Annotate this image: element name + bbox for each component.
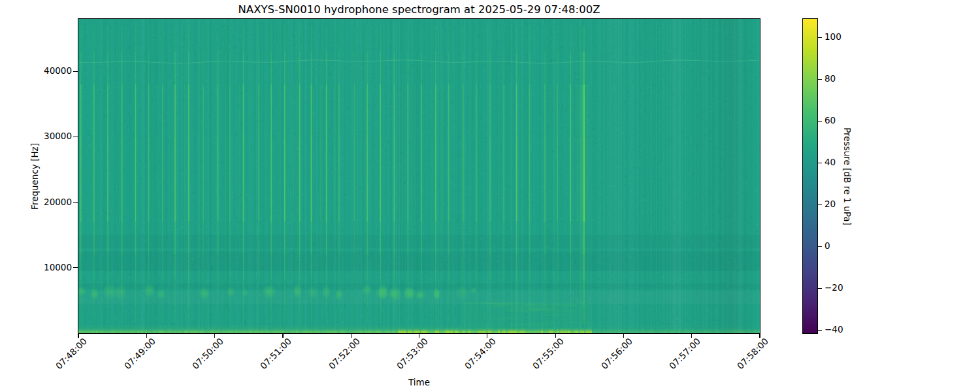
x-tick-mark — [282, 334, 283, 338]
colorbar-tick-mark — [818, 246, 822, 247]
spectrogram-figure: NAXYS-SN0010 hydrophone spectrogram at 2… — [0, 0, 980, 392]
y-tick-label: 30000 — [13, 131, 72, 141]
y-tick-label: 20000 — [13, 197, 72, 207]
x-tick-mark — [759, 334, 760, 338]
x-tick-mark — [351, 334, 351, 338]
colorbar-tick-label: 0 — [825, 240, 830, 251]
y-tick-label: 40000 — [13, 65, 72, 76]
plot-area — [78, 18, 760, 334]
x-tick-label: 07:52:00 — [326, 336, 361, 371]
x-tick-mark — [78, 334, 78, 338]
colorbar-tick-mark — [818, 163, 822, 163]
colorbar-tick-mark — [818, 121, 822, 122]
colorbar-tick-label: 40 — [825, 157, 836, 167]
spectrogram-canvas — [78, 19, 760, 333]
x-tick-label: 07:48:00 — [54, 336, 89, 371]
colorbar-tick-mark — [818, 330, 822, 331]
colorbar-tick-label: 100 — [825, 31, 841, 42]
x-axis-label: Time — [78, 377, 760, 387]
x-tick-label: 07:58:00 — [735, 336, 770, 371]
x-tick-label: 07:55:00 — [531, 336, 566, 371]
y-tick-mark — [73, 71, 78, 72]
y-tick-mark — [73, 202, 78, 203]
x-tick-label: 07:51:00 — [258, 336, 293, 371]
x-tick-mark — [487, 334, 487, 338]
x-tick-label: 07:56:00 — [599, 336, 634, 371]
colorbar-tick-mark — [818, 204, 822, 205]
x-tick-mark — [623, 334, 624, 338]
colorbar-tick-label: 80 — [825, 73, 836, 84]
colorbar — [802, 18, 818, 334]
y-tick-label: 10000 — [13, 262, 72, 272]
colorbar-tick-label: −40 — [825, 324, 843, 335]
x-tick-label: 07:49:00 — [122, 336, 157, 371]
colorbar-tick-mark — [818, 288, 822, 289]
x-tick-mark — [419, 334, 419, 338]
y-tick-mark — [73, 137, 78, 137]
colorbar-label: Pressure [dB re 1 uPa] — [842, 127, 853, 225]
colorbar-tick-label: −20 — [825, 282, 843, 293]
x-tick-mark — [691, 334, 692, 338]
x-tick-mark — [214, 334, 215, 338]
x-tick-label: 07:54:00 — [463, 336, 498, 371]
x-tick-label: 07:57:00 — [667, 336, 702, 371]
x-tick-mark — [146, 334, 147, 338]
x-tick-label: 07:53:00 — [395, 336, 430, 371]
chart-title: NAXYS-SN0010 hydrophone spectrogram at 2… — [78, 3, 760, 16]
x-tick-label: 07:50:00 — [190, 336, 225, 371]
colorbar-tick-mark — [818, 37, 822, 38]
colorbar-tick-mark — [818, 79, 822, 80]
colorbar-tick-label: 20 — [825, 199, 836, 209]
colorbar-tick-label: 60 — [825, 115, 836, 125]
y-tick-mark — [73, 267, 78, 268]
